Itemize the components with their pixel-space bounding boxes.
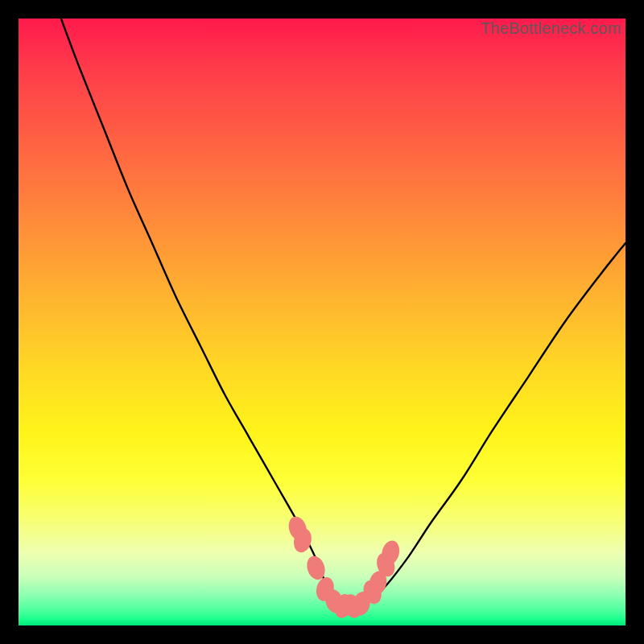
watermark-text: TheBottleneck.com <box>481 19 621 38</box>
chart-frame: TheBottleneck.com <box>0 0 644 644</box>
highlight-markers <box>286 514 402 621</box>
chart-plot-area <box>19 19 625 625</box>
bottleneck-curve <box>61 19 625 609</box>
chart-svg <box>19 19 625 625</box>
